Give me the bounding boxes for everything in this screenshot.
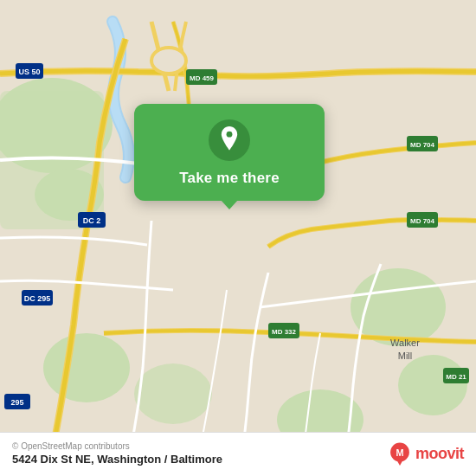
svg-marker-33 xyxy=(396,460,403,466)
svg-text:Walker: Walker xyxy=(390,338,420,348)
take-me-there-button[interactable]: Take me there xyxy=(179,170,280,187)
svg-point-9 xyxy=(151,48,186,74)
svg-text:M: M xyxy=(396,447,403,458)
pin-icon-wrapper xyxy=(209,119,250,161)
copyright-text: © OpenStreetMap contributors xyxy=(12,441,222,451)
svg-text:MD 21: MD 21 xyxy=(446,373,466,381)
map-container: US 50 DC 2 DC 295 295 MD 459 MD 704 MD 7… xyxy=(0,0,476,476)
svg-text:MD 704: MD 704 xyxy=(410,217,435,225)
svg-text:Mill: Mill xyxy=(398,351,413,361)
svg-text:MD 704: MD 704 xyxy=(410,141,435,149)
svg-text:MD 332: MD 332 xyxy=(272,328,297,336)
moovit-logo-icon: M xyxy=(388,441,412,466)
navigation-card[interactable]: Take me there xyxy=(134,104,325,201)
svg-text:DC 295: DC 295 xyxy=(24,294,51,303)
location-pin-icon xyxy=(217,126,241,154)
svg-point-30 xyxy=(227,132,233,138)
svg-point-5 xyxy=(398,355,467,415)
bottom-bar: © OpenStreetMap contributors 5424 Dix St… xyxy=(0,432,476,476)
svg-text:DC 2: DC 2 xyxy=(83,216,101,225)
bottom-left: © OpenStreetMap contributors 5424 Dix St… xyxy=(12,441,222,466)
map-roads: US 50 DC 2 DC 295 295 MD 459 MD 704 MD 7… xyxy=(0,0,476,476)
moovit-logo: M moovit xyxy=(388,441,464,466)
svg-text:MD 459: MD 459 xyxy=(190,74,215,82)
svg-point-6 xyxy=(43,333,130,402)
moovit-text: moovit xyxy=(415,445,464,463)
svg-point-7 xyxy=(134,363,212,424)
address-text: 5424 Dix St NE, Washington / Baltimore xyxy=(12,453,222,466)
svg-text:295: 295 xyxy=(10,398,23,407)
svg-text:US 50: US 50 xyxy=(18,68,40,76)
